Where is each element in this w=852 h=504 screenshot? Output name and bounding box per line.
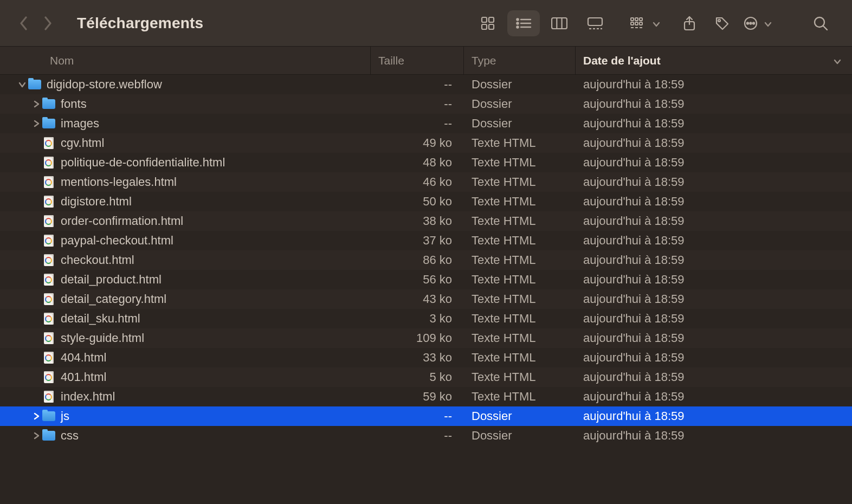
file-size: 56 ko	[371, 273, 464, 287]
table-row[interactable]: fonts--Dossieraujourd'hui à 18:59	[0, 94, 852, 114]
file-type: Texte HTML	[464, 175, 576, 189]
disclosure-triangle-icon[interactable]	[31, 100, 41, 108]
table-row[interactable]: detail_product.html56 koTexte HTMLaujour…	[0, 270, 852, 289]
table-row[interactable]: order-confirmation.html38 koTexte HTMLau…	[0, 211, 852, 231]
file-size: 109 ko	[371, 331, 464, 345]
file-name: checkout.html	[61, 253, 134, 267]
file-date: aujourd'hui à 18:59	[576, 214, 852, 228]
forward-button[interactable]	[43, 16, 52, 30]
file-date: aujourd'hui à 18:59	[576, 409, 852, 423]
table-row[interactable]: cgv.html49 koTexte HTMLaujourd'hui à 18:…	[0, 133, 852, 153]
file-size: --	[371, 429, 464, 443]
chevron-down-icon	[764, 16, 772, 30]
html-file-icon	[42, 273, 55, 286]
file-size: 59 ko	[371, 390, 464, 404]
file-type: Dossier	[464, 77, 576, 92]
folder-icon	[42, 117, 55, 130]
table-row[interactable]: paypal-checkout.html37 koTexte HTMLaujou…	[0, 231, 852, 250]
table-row[interactable]: digidop-store.webflow--Dossieraujourd'hu…	[0, 75, 852, 94]
table-row[interactable]: 401.html5 koTexte HTMLaujourd'hui à 18:5…	[0, 367, 852, 387]
more-actions-button[interactable]	[738, 10, 763, 36]
table-row[interactable]: index.html59 koTexte HTMLaujourd'hui à 1…	[0, 387, 852, 406]
table-row[interactable]: 404.html33 koTexte HTMLaujourd'hui à 18:…	[0, 348, 852, 367]
svg-rect-10	[552, 18, 567, 29]
gallery-view-button[interactable]	[579, 10, 611, 36]
file-name: detail_sku.html	[61, 312, 140, 326]
column-header-date[interactable]: Date de l'ajout	[576, 47, 852, 74]
table-row[interactable]: js--Dossieraujourd'hui à 18:59	[0, 406, 852, 426]
html-file-icon	[42, 351, 55, 364]
file-name: js	[61, 409, 69, 423]
table-row[interactable]: politique-de-confidentialite.html48 koTe…	[0, 153, 852, 172]
svg-point-28	[718, 20, 720, 22]
file-date: aujourd'hui à 18:59	[576, 97, 852, 111]
file-size: 38 ko	[371, 214, 464, 228]
file-type: Texte HTML	[464, 253, 576, 267]
disclosure-triangle-icon[interactable]	[31, 432, 41, 440]
file-size: --	[371, 97, 464, 111]
column-view-button[interactable]	[543, 10, 576, 36]
svg-rect-21	[631, 22, 634, 25]
file-type: Texte HTML	[464, 234, 576, 248]
table-row[interactable]: images--Dossieraujourd'hui à 18:59	[0, 114, 852, 133]
folder-icon	[28, 78, 41, 91]
file-type: Texte HTML	[464, 370, 576, 384]
table-row[interactable]: mentions-legales.html46 koTexte HTMLaujo…	[0, 172, 852, 192]
file-list: digidop-store.webflow--Dossieraujourd'hu…	[0, 75, 852, 445]
file-size: --	[371, 117, 464, 131]
file-name: 401.html	[61, 370, 106, 384]
html-file-icon	[42, 254, 55, 267]
table-row[interactable]: css--Dossieraujourd'hui à 18:59	[0, 426, 852, 445]
disclosure-triangle-icon[interactable]	[17, 81, 27, 88]
file-date: aujourd'hui à 18:59	[576, 429, 852, 443]
svg-rect-0	[482, 17, 487, 22]
svg-rect-23	[640, 22, 642, 25]
table-row[interactable]: detail_sku.html3 koTexte HTMLaujourd'hui…	[0, 309, 852, 328]
svg-point-4	[517, 18, 518, 20]
folder-icon	[42, 410, 55, 423]
chevron-down-icon	[653, 16, 660, 30]
file-size: 50 ko	[371, 195, 464, 209]
column-header-type[interactable]: Type	[464, 47, 576, 74]
group-by-button[interactable]	[624, 10, 651, 36]
file-date: aujourd'hui à 18:59	[576, 156, 852, 170]
html-file-icon	[42, 234, 55, 247]
column-headers: Nom Taille Type Date de l'ajout	[0, 47, 852, 75]
search-button[interactable]	[804, 10, 837, 36]
html-file-icon	[42, 176, 55, 189]
disclosure-triangle-icon[interactable]	[31, 412, 41, 420]
column-header-name[interactable]: Nom	[0, 47, 371, 74]
file-type: Dossier	[464, 117, 576, 131]
html-file-icon	[42, 312, 55, 325]
list-view-button[interactable]	[507, 10, 540, 36]
share-button[interactable]	[673, 10, 706, 36]
table-row[interactable]: detail_category.html43 koTexte HTMLaujou…	[0, 289, 852, 309]
table-row[interactable]: digistore.html50 koTexte HTMLaujourd'hui…	[0, 192, 852, 211]
file-size: 37 ko	[371, 234, 464, 248]
file-date: aujourd'hui à 18:59	[576, 175, 852, 189]
svg-rect-22	[635, 22, 638, 25]
file-date: aujourd'hui à 18:59	[576, 292, 852, 306]
file-date: aujourd'hui à 18:59	[576, 273, 852, 287]
file-size: 33 ko	[371, 351, 464, 365]
file-size: 86 ko	[371, 253, 464, 267]
html-file-icon	[42, 195, 55, 208]
table-row[interactable]: checkout.html86 koTexte HTMLaujourd'hui …	[0, 250, 852, 270]
table-row[interactable]: style-guide.html109 koTexte HTMLaujourd'…	[0, 328, 852, 348]
disclosure-triangle-icon[interactable]	[31, 120, 41, 127]
file-date: aujourd'hui à 18:59	[576, 331, 852, 345]
back-button[interactable]	[20, 16, 28, 30]
svg-point-30	[747, 22, 748, 24]
file-name: fonts	[61, 97, 87, 111]
file-name: detail_category.html	[61, 292, 166, 306]
column-header-size[interactable]: Taille	[371, 47, 464, 74]
html-file-icon	[42, 371, 55, 384]
svg-point-32	[753, 22, 754, 24]
file-date: aujourd'hui à 18:59	[576, 136, 852, 150]
tags-button[interactable]	[706, 10, 738, 36]
file-name: images	[61, 117, 99, 131]
svg-rect-2	[482, 24, 487, 29]
icon-view-button[interactable]	[472, 10, 504, 36]
svg-rect-18	[631, 18, 634, 21]
file-name: mentions-legales.html	[61, 175, 177, 189]
